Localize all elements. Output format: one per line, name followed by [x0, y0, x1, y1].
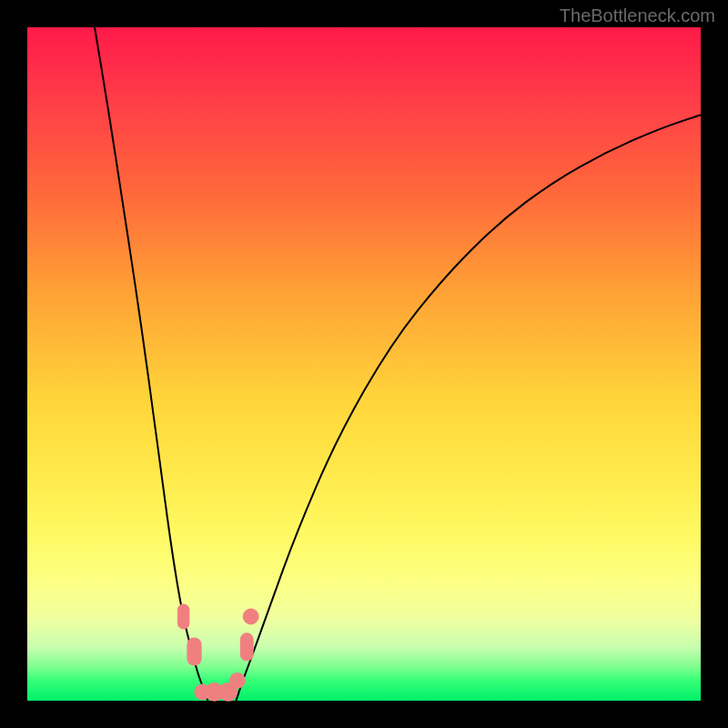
chart-frame: TheBottleneck.com [0, 0, 728, 728]
watermark-text: TheBottleneck.com [560, 5, 715, 26]
curve-left [95, 27, 207, 701]
marker-pill [187, 637, 201, 665]
curves-svg [27, 27, 701, 701]
marker-dot [243, 609, 259, 625]
curve-markers [177, 603, 259, 701]
marker-pill [240, 632, 254, 661]
curve-right [236, 115, 701, 701]
marker-pill [177, 603, 189, 629]
marker-dot [229, 672, 246, 689]
